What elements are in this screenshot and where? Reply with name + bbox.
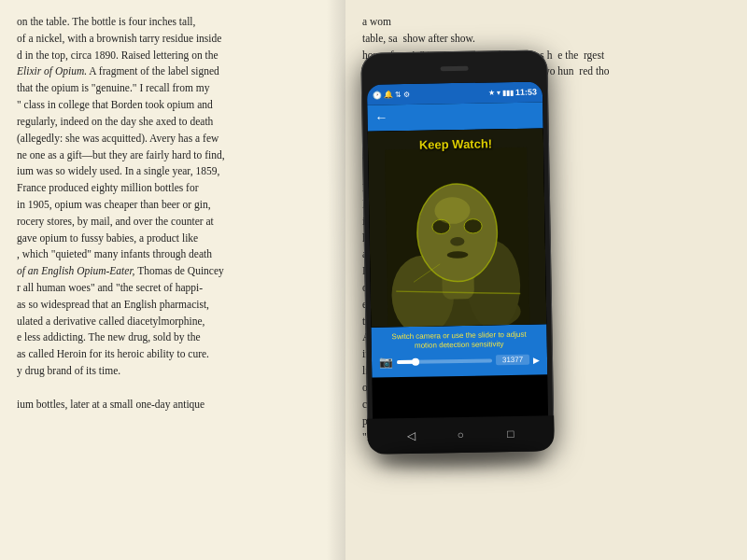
status-left-icons: 🕐 🔔 ⇅ ⚙ xyxy=(373,90,410,99)
phone: 🕐 🔔 ⇅ ⚙ ★ ▾ ▮▮▮ 11:53 ← Keep Wa xyxy=(360,49,554,454)
face-silhouette xyxy=(381,147,533,328)
keep-watch-label: Keep Watch! xyxy=(419,136,492,151)
phone-screen: 🕐 🔔 ⇅ ⚙ ★ ▾ ▮▮▮ 11:53 ← Keep Wa xyxy=(367,81,548,433)
status-bar: 🕐 🔔 ⇅ ⚙ ★ ▾ ▮▮▮ 11:53 xyxy=(367,81,543,105)
wifi-icon: ▾ xyxy=(497,89,500,97)
book-left-page: on the table. The bottle is four inches … xyxy=(0,0,345,560)
camera-switch-button[interactable]: 📷 xyxy=(379,356,393,369)
bottom-controls: Switch camera or use the slider to adjus… xyxy=(371,324,547,377)
clock-icon: 🕐 xyxy=(373,91,382,99)
phone-body: 🕐 🔔 ⇅ ⚙ ★ ▾ ▮▮▮ 11:53 ← Keep Wa xyxy=(360,49,554,454)
slider-arrow: ▶ xyxy=(533,355,540,364)
slider-row[interactable]: 📷 31377 ▶ xyxy=(379,353,540,369)
back-button[interactable]: ← xyxy=(374,110,388,125)
status-right-icons: ★ ▾ ▮▮▮ 11:53 xyxy=(488,87,537,97)
slider-thumb xyxy=(412,358,419,366)
sensitivity-slider[interactable] xyxy=(397,358,492,364)
nav-back-button[interactable]: ◁ xyxy=(402,427,420,445)
status-time: 11:53 xyxy=(515,87,537,96)
nav-home-button[interactable]: ○ xyxy=(451,426,470,444)
transfer-icon: ⇅ xyxy=(395,91,402,99)
star-icon: ★ xyxy=(488,89,495,97)
signal-icon: ▮▮▮ xyxy=(502,88,514,96)
slider-value: 31377 xyxy=(496,355,529,366)
nav-recent-button[interactable]: □ xyxy=(501,425,520,443)
settings-icon: ⚙ xyxy=(403,90,410,98)
left-page-text: on the table. The bottle is four inches … xyxy=(17,14,329,413)
camera-view: Keep Watch! xyxy=(368,128,547,327)
notification-icon: 🔔 xyxy=(384,91,393,99)
switch-camera-label: Switch camera or use the slider to adjus… xyxy=(378,329,539,352)
app-bar: ← xyxy=(367,102,543,131)
